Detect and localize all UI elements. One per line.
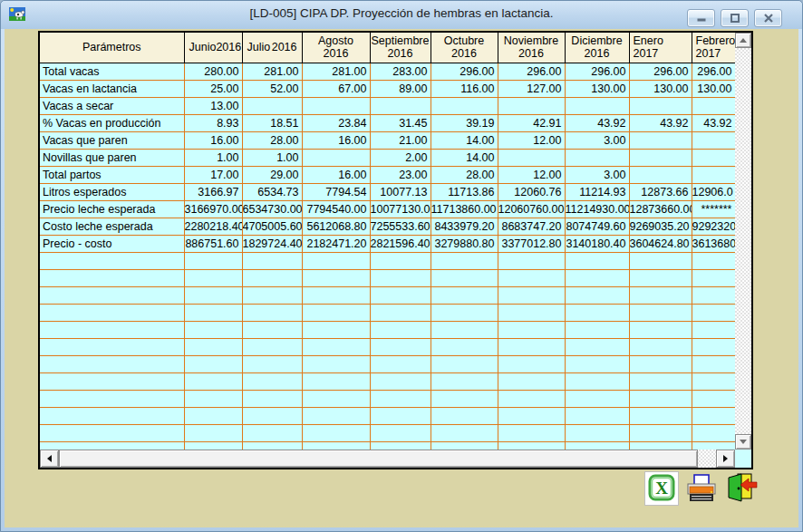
value-cell: 127.00 bbox=[498, 80, 565, 97]
minimize-button[interactable] bbox=[687, 9, 715, 27]
empty-cell bbox=[370, 338, 431, 355]
value-cell: 16.00 bbox=[302, 166, 370, 183]
empty-cell bbox=[302, 424, 370, 441]
value-cell: 1.00 bbox=[242, 149, 302, 166]
empty-cell bbox=[302, 252, 370, 269]
window-controls bbox=[687, 9, 782, 27]
empty-row[interactable] bbox=[40, 407, 735, 424]
table-row[interactable]: Precio - costo886751.601829724.402182471… bbox=[40, 235, 735, 252]
scroll-down-button[interactable] bbox=[735, 434, 751, 450]
value-cell: 886751.60 bbox=[184, 235, 242, 252]
empty-row[interactable] bbox=[40, 441, 735, 450]
window-titlebar[interactable]: [LD-005] CIPA DP. Proyección de hembras … bbox=[1, 1, 802, 29]
table-row[interactable]: Novillas que paren1.001.002.0014.00 bbox=[40, 149, 735, 166]
row-label: Costo leche esperada bbox=[40, 218, 184, 235]
value-cell: 2.00 bbox=[370, 149, 431, 166]
empty-row[interactable] bbox=[40, 424, 735, 441]
empty-cell bbox=[431, 424, 498, 441]
exit-button[interactable] bbox=[725, 471, 758, 504]
export-excel-button[interactable]: X bbox=[644, 471, 679, 506]
row-label: Vacas que paren bbox=[40, 131, 184, 149]
print-button[interactable] bbox=[685, 474, 718, 504]
value-cell bbox=[565, 97, 629, 114]
empty-cell bbox=[565, 269, 629, 286]
empty-row[interactable] bbox=[40, 338, 735, 355]
table-row[interactable]: Vacas a secar13.00 bbox=[40, 97, 735, 114]
table-row[interactable]: Precio leche esperada3166970.006534730.0… bbox=[40, 200, 735, 218]
vertical-scroll-track[interactable] bbox=[735, 48, 751, 434]
empty-cell bbox=[370, 372, 431, 390]
value-cell: 4705005.60 bbox=[242, 218, 302, 235]
empty-cell bbox=[184, 390, 242, 407]
value-cell: 130.00 bbox=[692, 80, 735, 97]
empty-cell bbox=[431, 269, 498, 286]
table-row[interactable]: Total vacas280.00281.00281.00283.00296.0… bbox=[40, 63, 735, 80]
scrollbar-corner bbox=[735, 450, 751, 468]
vertical-scrollbar[interactable] bbox=[735, 33, 751, 450]
empty-row[interactable] bbox=[40, 355, 735, 372]
empty-cell bbox=[184, 321, 242, 338]
empty-cell bbox=[692, 252, 735, 269]
value-cell: 23.00 bbox=[370, 166, 431, 183]
row-label: % Vacas en producción bbox=[40, 114, 184, 131]
value-cell: 14.00 bbox=[431, 149, 498, 166]
empty-cell bbox=[498, 355, 565, 372]
value-cell bbox=[692, 97, 735, 114]
empty-cell bbox=[40, 286, 184, 304]
scroll-up-button[interactable] bbox=[735, 33, 751, 48]
table-row[interactable]: Vacas que paren16.0028.0016.0021.0014.00… bbox=[40, 131, 735, 149]
value-cell: 43.92 bbox=[565, 114, 629, 131]
empty-row[interactable] bbox=[40, 269, 735, 286]
close-icon bbox=[763, 12, 774, 25]
table-row[interactable]: Total partos17.0029.0016.0023.0028.0012.… bbox=[40, 166, 735, 183]
value-cell: 3604624.80 bbox=[629, 235, 692, 252]
horizontal-scrollbar[interactable] bbox=[40, 450, 735, 468]
value-cell: 43.92 bbox=[629, 114, 692, 131]
table-row[interactable]: Costo leche esperada2280218.404705005.60… bbox=[40, 218, 735, 235]
triangle-up-icon bbox=[740, 38, 747, 43]
empty-row[interactable] bbox=[40, 372, 735, 390]
empty-cell bbox=[370, 390, 431, 407]
empty-cell bbox=[242, 286, 302, 304]
empty-cell bbox=[629, 269, 692, 286]
value-cell: 14.00 bbox=[431, 131, 498, 149]
value-cell bbox=[242, 97, 302, 114]
empty-cell bbox=[370, 304, 431, 321]
table-row[interactable]: Vacas en lactancia25.0052.0067.0089.0011… bbox=[40, 80, 735, 97]
empty-cell bbox=[242, 407, 302, 424]
empty-row[interactable] bbox=[40, 390, 735, 407]
empty-row[interactable] bbox=[40, 252, 735, 269]
value-cell: 12906.0 bbox=[692, 183, 735, 200]
value-cell: 42.91 bbox=[498, 114, 565, 131]
empty-cell bbox=[431, 441, 498, 450]
value-cell bbox=[302, 97, 370, 114]
empty-cell bbox=[302, 390, 370, 407]
horizontal-scroll-thumb[interactable] bbox=[59, 450, 698, 468]
row-label: Vacas a secar bbox=[40, 97, 184, 114]
scroll-left-button[interactable] bbox=[40, 450, 59, 468]
table-row[interactable]: % Vacas en producción8.9318.5123.8431.45… bbox=[40, 114, 735, 131]
empty-cell bbox=[431, 286, 498, 304]
empty-cell bbox=[565, 321, 629, 338]
empty-row[interactable] bbox=[40, 321, 735, 338]
value-cell: 43.92 bbox=[692, 114, 735, 131]
value-cell bbox=[692, 131, 735, 149]
value-cell: 3166.97 bbox=[184, 183, 242, 200]
value-cell bbox=[565, 149, 629, 166]
empty-row[interactable] bbox=[40, 286, 735, 304]
scroll-right-button[interactable] bbox=[716, 450, 735, 468]
value-cell: 3613680 bbox=[692, 235, 735, 252]
empty-cell bbox=[302, 304, 370, 321]
maximize-button[interactable] bbox=[721, 9, 749, 27]
empty-cell bbox=[40, 390, 184, 407]
empty-cell bbox=[184, 304, 242, 321]
close-button[interactable] bbox=[754, 9, 782, 27]
empty-cell bbox=[242, 252, 302, 269]
empty-cell bbox=[629, 372, 692, 390]
value-cell: 1.00 bbox=[184, 149, 242, 166]
empty-row[interactable] bbox=[40, 304, 735, 321]
empty-cell bbox=[184, 424, 242, 441]
empty-cell bbox=[184, 252, 242, 269]
table-row[interactable]: Litros esperados3166.976534.737794.54100… bbox=[40, 183, 735, 200]
value-cell: 130.00 bbox=[629, 80, 692, 97]
